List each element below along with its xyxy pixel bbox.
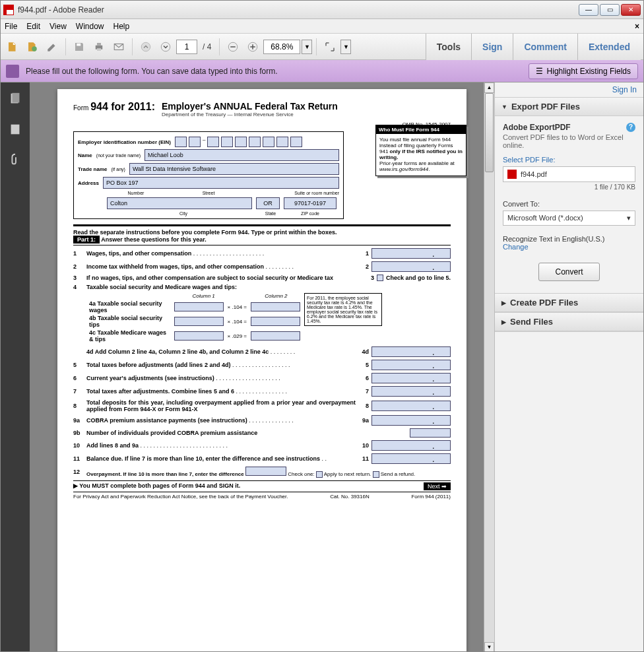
trade-name-field[interactable] [129, 163, 339, 175]
street-field[interactable] [103, 177, 339, 189]
page-up-icon[interactable] [137, 38, 155, 56]
vertical-scrollbar[interactable]: ▲ ▼ [484, 82, 494, 652]
line5-field[interactable] [371, 360, 451, 370]
line7-field[interactable] [371, 386, 451, 397]
ein-box[interactable] [175, 137, 187, 147]
menu-window[interactable]: Window [76, 22, 104, 31]
line4b-col2-field[interactable] [251, 317, 300, 326]
ein-box[interactable] [235, 137, 247, 147]
side-icon-bar [1, 82, 30, 652]
q4c-label: 4c Taxable Medicare wages & tips [89, 329, 172, 342]
create-pdf-icon[interactable] [23, 38, 42, 56]
minimize-button[interactable]: — [579, 4, 598, 16]
line4b-col1-field[interactable] [174, 317, 224, 326]
tools-tab[interactable]: Tools [426, 34, 471, 60]
ein-box[interactable] [276, 137, 288, 147]
save-icon[interactable] [70, 38, 88, 56]
pdf-icon [3, 5, 14, 15]
send-refund-checkbox[interactable] [373, 471, 379, 478]
scroll-thumb[interactable] [485, 93, 494, 172]
next-button[interactable]: Next ➡ [424, 482, 451, 490]
line9a-field[interactable] [371, 415, 451, 426]
menu-file[interactable]: File [5, 22, 17, 31]
format-dropdown[interactable]: Microsoft Word (*.docx)▾ [503, 211, 635, 226]
line4d-field[interactable] [371, 346, 451, 357]
city-field[interactable] [107, 197, 252, 209]
highlight-icon: ☰ [536, 67, 543, 76]
menubar-close-icon[interactable]: × [635, 22, 639, 31]
email-icon[interactable] [110, 38, 128, 56]
line4a-col1-field[interactable] [174, 302, 224, 311]
menu-edit[interactable]: Edit [26, 22, 40, 31]
zoom-input[interactable] [263, 40, 300, 54]
sign-tab[interactable]: Sign [471, 34, 513, 60]
ein-box[interactable] [290, 137, 302, 147]
ein-box[interactable] [249, 137, 261, 147]
scroll-down-icon[interactable]: ▼ [484, 642, 494, 652]
zoom-out-icon[interactable] [224, 38, 242, 56]
line11-field[interactable] [371, 453, 451, 464]
attachments-icon[interactable] [8, 152, 22, 167]
zip-field[interactable] [284, 197, 337, 209]
who-body2: only if the IRS notified you in writing. [379, 148, 463, 160]
extended-tab[interactable]: Extended [577, 34, 641, 60]
fit-icon[interactable] [321, 38, 339, 56]
form-notice-icon [6, 65, 19, 78]
address-label: Address [78, 180, 99, 186]
zoom-in-icon[interactable] [243, 38, 262, 56]
page-number-input[interactable] [176, 40, 197, 54]
send-files-accordion[interactable]: ▶Send Files [495, 313, 643, 331]
edit-icon[interactable] [43, 38, 61, 56]
name-field[interactable] [145, 149, 339, 161]
ein-box[interactable] [221, 137, 233, 147]
close-button[interactable]: ✕ [621, 4, 641, 16]
zoom-dropdown-icon[interactable]: ▼ [302, 40, 312, 54]
rate4b: × .104 = [226, 319, 248, 325]
form-title: Employer's ANNUAL Federal Tax Return [162, 101, 451, 112]
state-field[interactable] [256, 197, 280, 209]
line2-field[interactable] [371, 261, 451, 272]
line1-field[interactable] [371, 248, 451, 259]
menu-view[interactable]: View [49, 22, 67, 31]
selected-file-box[interactable]: f944.pdf [503, 166, 635, 182]
document-viewport[interactable]: Form 944 for 2011: Employer's ANNUAL Fed… [30, 82, 494, 652]
line8-field[interactable] [371, 401, 451, 411]
svg-rect-4 [97, 48, 101, 51]
ein-box[interactable] [263, 137, 274, 147]
ein-box[interactable] [189, 137, 201, 147]
line4a-col2-field[interactable] [251, 302, 300, 311]
street-sublabel: Street [162, 191, 255, 195]
line10-field[interactable] [371, 440, 451, 451]
convert-to-label: Convert To: [503, 200, 635, 208]
q8-label: Total deposits for this year, including … [86, 399, 356, 412]
line3-checkbox[interactable] [377, 275, 383, 281]
line9b-field[interactable] [410, 428, 451, 438]
convert-button[interactable]: Convert [538, 263, 599, 281]
comment-tab[interactable]: Comment [513, 34, 577, 60]
menu-help[interactable]: Help [113, 22, 130, 31]
change-link[interactable]: Change [503, 243, 529, 251]
print-icon[interactable] [90, 38, 108, 56]
line4c-col2-field[interactable] [251, 331, 300, 341]
employer-info-box: Employer identification number (EIN) – N… [73, 131, 344, 219]
read-mode-dropdown-icon[interactable]: ▼ [340, 40, 351, 54]
ein-box[interactable] [207, 137, 219, 147]
scroll-up-icon[interactable]: ▲ [484, 82, 494, 93]
line4c-col1-field[interactable] [174, 331, 224, 341]
line6-field[interactable] [371, 373, 451, 383]
zip-sublabel: ZIP code [284, 211, 337, 216]
export-pdf-icon[interactable] [3, 38, 22, 56]
q5-label: Total taxes before adjustments (add line… [86, 362, 230, 368]
maximize-button[interactable]: ▭ [600, 4, 620, 16]
bookmarks-icon[interactable] [8, 122, 22, 137]
apply-next-checkbox[interactable] [316, 471, 323, 478]
highlight-fields-button[interactable]: ☰ Highlight Existing Fields [529, 63, 638, 79]
help-icon[interactable]: ? [626, 123, 635, 132]
page-down-icon[interactable] [156, 38, 175, 56]
pdf-page: Form 944 for 2011: Employer's ANNUAL Fed… [57, 89, 467, 652]
line12-field[interactable] [245, 467, 286, 476]
create-pdf-accordion[interactable]: ▶Create PDF Files [495, 294, 643, 312]
sign-in-link[interactable]: Sign In [495, 82, 643, 98]
export-pdf-accordion[interactable]: ▼Export PDF Files [495, 98, 643, 116]
thumbnails-icon[interactable] [8, 92, 22, 106]
